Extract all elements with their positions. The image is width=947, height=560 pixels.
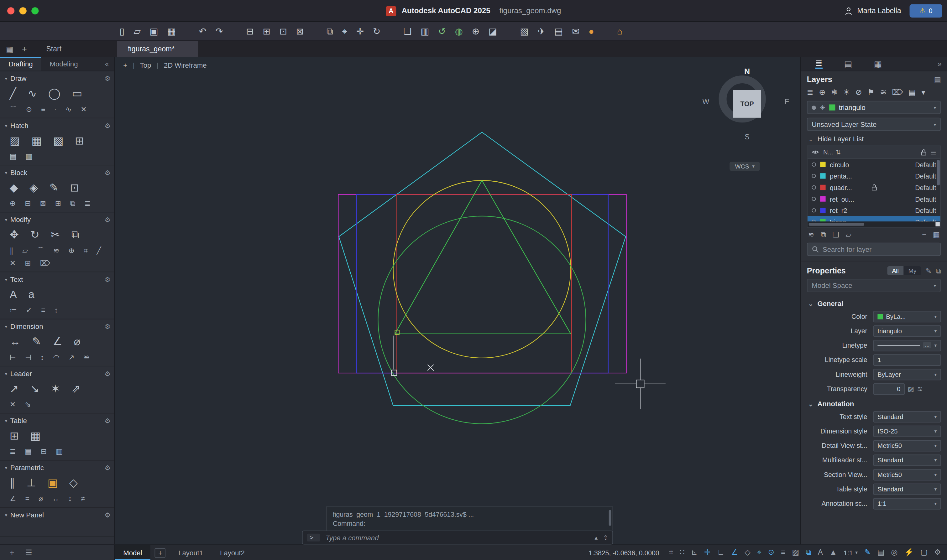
layer-state-selector[interactable]: Unsaved Layer State ▾	[807, 118, 941, 131]
linetype-dropdown[interactable]: ... ▾	[873, 340, 941, 351]
layer-row-circulo[interactable]: circulo Default	[808, 159, 941, 171]
explode-icon[interactable]: ⊞	[25, 260, 31, 267]
overkill-icon[interactable]: ⌦	[40, 260, 50, 267]
hatch-pattern-icon[interactable]: ▨	[10, 135, 20, 146]
transparency-input[interactable]: 0	[873, 383, 905, 395]
new-file-icon[interactable]: ▯	[120, 27, 125, 36]
rotate-icon[interactable]: ↻	[31, 229, 40, 240]
user-account[interactable]: Marta Labella	[845, 0, 901, 22]
red-square-shape[interactable]	[396, 194, 571, 373]
equal-constraint-icon[interactable]: =	[25, 495, 29, 502]
freeze-layer-icon[interactable]: ❄	[831, 88, 838, 96]
minimize-window-button[interactable]	[19, 7, 27, 14]
cell-style-icon[interactable]: ≣	[10, 448, 16, 455]
section-gear-icon[interactable]: ⚙	[105, 122, 111, 129]
attach-icon[interactable]: ≣	[84, 200, 90, 207]
text-style-icon[interactable]: ≔	[10, 307, 17, 314]
section-caret-icon[interactable]: ▾	[5, 76, 7, 81]
angular-constraint-icon[interactable]: ∠	[10, 495, 16, 502]
table-icon[interactable]: ⊞	[10, 430, 19, 441]
batch-plot-icon[interactable]: ⊞	[263, 27, 270, 36]
redo-icon[interactable]: ↷	[216, 27, 223, 36]
pentagon-shape[interactable]	[339, 132, 625, 406]
perpendicular-constraint-icon[interactable]: ⊥	[27, 477, 36, 488]
viewcube-south[interactable]: S	[711, 133, 783, 141]
command-input[interactable]: Type a command	[326, 534, 589, 541]
property-dropdown[interactable]: Standard ▾	[873, 411, 941, 423]
section-caret-icon[interactable]: ▾	[5, 217, 7, 222]
add-layout-button[interactable]: +	[155, 548, 166, 557]
annotation-section-header[interactable]: ⌄ Annotation	[801, 396, 947, 409]
insert-field-icon[interactable]: ▥	[56, 448, 63, 455]
diameter-constraint-icon[interactable]: ⌀	[38, 495, 43, 502]
point-icon[interactable]: ∙	[54, 106, 56, 113]
section-caret-icon[interactable]: ▾	[5, 418, 7, 423]
section-caret-icon[interactable]: ▾	[5, 512, 7, 517]
tab-start[interactable]: Start	[35, 41, 72, 57]
layer-list-vertical-scrollbar[interactable]	[937, 160, 940, 220]
yellow-circle-shape[interactable]	[393, 180, 571, 358]
hatch-boundary-icon[interactable]: ⊞	[75, 135, 84, 146]
lineweight-display-icon[interactable]: ≡	[781, 549, 785, 556]
viewcube-top-face[interactable]: TOP	[733, 90, 761, 118]
open-file-icon[interactable]: ▱	[134, 27, 140, 36]
grid-display-icon[interactable]: ⌗	[669, 549, 673, 556]
object-snap-icon[interactable]: ⊙	[768, 549, 775, 556]
plot-preview-icon[interactable]: ⊡	[279, 27, 287, 36]
viewcube-east[interactable]: E	[785, 98, 789, 106]
hatch-solid-icon[interactable]: ▦	[31, 135, 42, 146]
section-caret-icon[interactable]: ▾	[5, 465, 7, 471]
new-layer-icon[interactable]: ⊕	[819, 88, 825, 96]
tab-drafting[interactable]: Drafting	[0, 57, 42, 71]
layer-status-dot[interactable]	[811, 185, 816, 189]
match-properties-icon[interactable]: ⧉	[326, 27, 333, 36]
section-gear-icon[interactable]: ⚙	[105, 323, 111, 331]
multiline-icon[interactable]: ≡	[41, 106, 45, 113]
leader-style-icon[interactable]: ↘	[31, 383, 40, 394]
property-dropdown[interactable]: Metric50 ▾	[873, 440, 941, 451]
snap-mode-icon[interactable]: ∷	[680, 549, 684, 556]
color-dropdown[interactable]: ByLa... ▾	[873, 311, 941, 322]
space-selector[interactable]: Model Space ▾	[807, 279, 941, 292]
count-icon[interactable]: ⧉	[70, 200, 75, 207]
layer-row-quadr[interactable]: quadr... Default	[808, 182, 941, 193]
lineweight-dropdown[interactable]: ByLayer ▾	[873, 369, 941, 380]
filter-my-button[interactable]: My	[904, 266, 921, 275]
parallel-constraint-icon[interactable]: ∥	[10, 477, 15, 488]
viewcube-north[interactable]: N	[711, 67, 783, 76]
layer-state-icon[interactable]: ≋	[808, 231, 814, 238]
viewport-visual-style-control[interactable]: 2D Wireframe	[164, 62, 207, 69]
coincident-constraint-icon[interactable]: ◇	[69, 477, 78, 488]
fillet-icon[interactable]: ⌒	[37, 247, 44, 254]
viewport-plus-control[interactable]: +	[123, 62, 127, 69]
multileader-icon[interactable]: ↗	[10, 383, 19, 394]
mail-icon[interactable]: ✉	[572, 27, 579, 36]
annotation-visibility-icon[interactable]: A	[818, 549, 823, 556]
xref-refresh-icon[interactable]: ↺	[438, 27, 446, 36]
layer-color-swatch[interactable]	[820, 196, 825, 202]
linetype-scale-input[interactable]: 1	[873, 354, 941, 366]
save-icon[interactable]: ▣	[150, 27, 158, 36]
current-layer-selector[interactable]: ☀ triangulo ▾	[807, 101, 941, 114]
vertical-constraint-icon[interactable]: ↕	[68, 495, 72, 502]
selection-cycling-icon[interactable]: ⧉	[806, 549, 811, 556]
section-gear-icon[interactable]: ⚙	[105, 169, 111, 177]
thaw-layer-icon[interactable]: ☀	[843, 88, 850, 96]
triangle-shape[interactable]	[395, 180, 571, 334]
filter-all-button[interactable]: All	[887, 266, 904, 275]
tab-layout1[interactable]: Layout1	[170, 545, 211, 560]
markup-import-icon[interactable]: ▤	[554, 27, 563, 36]
layer-search[interactable]	[807, 243, 941, 256]
command-collapse-icon[interactable]: ▴	[595, 534, 598, 541]
hatch-gradient-icon[interactable]: ▩	[53, 135, 64, 146]
mtext-icon[interactable]: A	[10, 289, 17, 300]
layer-row-penta[interactable]: penta... Default	[808, 170, 941, 182]
layer-status-dot[interactable]	[811, 162, 816, 166]
general-section-header[interactable]: ⌄ General	[801, 295, 947, 309]
rectangle-icon[interactable]: ▭	[72, 88, 82, 99]
create-block-icon[interactable]: ◈	[29, 182, 38, 193]
section-gear-icon[interactable]: ⚙	[105, 369, 111, 377]
polar-tracking-icon[interactable]: ∠	[731, 549, 738, 556]
data-link-icon[interactable]: ▤	[25, 448, 32, 455]
undo-icon[interactable]: ↶	[199, 27, 206, 36]
